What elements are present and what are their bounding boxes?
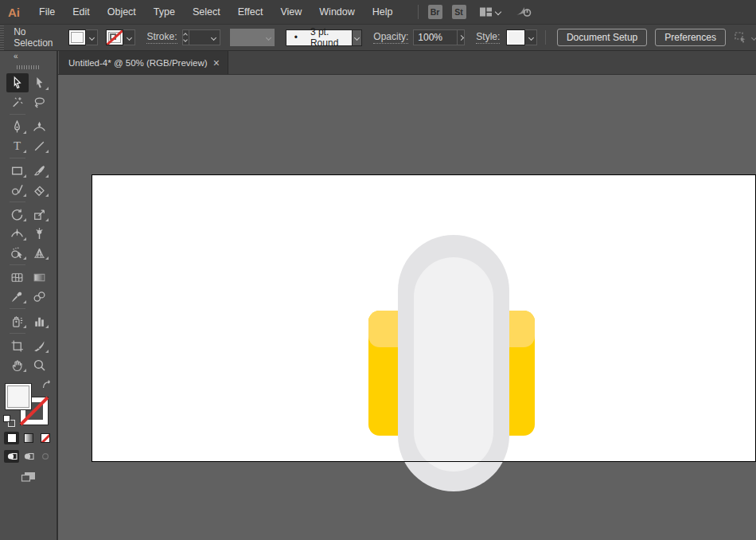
zoom-tool[interactable] [29, 355, 51, 374]
color-button[interactable] [4, 432, 19, 444]
stroke-color-control[interactable] [106, 29, 135, 45]
brush-name: 3 pt. Round [310, 26, 342, 49]
select-similar-control [734, 31, 756, 45]
magic-wand-tool[interactable] [6, 92, 29, 112]
pen-icon [10, 119, 25, 135]
screen-mode-button[interactable] [19, 470, 38, 487]
document-tab[interactable]: Untitled-4* @ 50% (RGB/Preview) × [58, 51, 228, 74]
menu-effect[interactable]: Effect [229, 6, 272, 18]
draw-normal-button[interactable] [4, 450, 19, 463]
graphic-style-swatch[interactable] [506, 29, 525, 45]
stroke-color-swatch[interactable] [106, 29, 123, 45]
stroke-color-dropdown[interactable] [123, 29, 135, 45]
graphic-style-control[interactable] [506, 29, 537, 45]
symbol-sprayer-tool[interactable] [6, 311, 29, 331]
width-profile-dropdown [230, 29, 275, 46]
illustrator-window: Ai File Edit Object Type Select Effect V… [0, 0, 756, 540]
menu-help[interactable]: Help [364, 6, 402, 18]
fill-color-swatch[interactable] [68, 29, 86, 45]
shape-builder-tool[interactable] [6, 243, 29, 262]
artwork-capsule-inner[interactable] [414, 257, 493, 472]
type-tool[interactable]: T [6, 136, 29, 155]
direct-selection-tool[interactable] [29, 73, 51, 92]
puppet-warp-tool[interactable] [29, 224, 51, 243]
line-segment-tool[interactable] [29, 136, 51, 155]
rotate-tool[interactable] [6, 205, 29, 224]
bridge-button[interactable]: Br [428, 5, 442, 19]
menu-view[interactable]: View [271, 6, 310, 18]
menu-type[interactable]: Type [145, 6, 184, 18]
menu-select[interactable]: Select [184, 6, 229, 18]
document-tab-bar: Untitled-4* @ 50% (RGB/Preview) × [58, 51, 756, 75]
zoom-icon [32, 358, 47, 373]
eyedropper-icon [10, 289, 25, 304]
stepper-up-icon[interactable] [183, 33, 188, 37]
type-icon: T [14, 140, 21, 152]
tab-close-icon[interactable]: × [213, 57, 220, 68]
brush-definition-value[interactable]: • 3 pt. Round [286, 29, 353, 46]
gpu-performance-icon[interactable] [515, 5, 532, 19]
lasso-tool[interactable] [29, 92, 51, 112]
scale-tool[interactable] [29, 205, 51, 224]
slice-tool[interactable] [29, 336, 51, 355]
selection-tool[interactable] [6, 73, 29, 92]
perspective-grid-tool[interactable] [29, 243, 51, 262]
control-bar-grip[interactable] [0, 25, 4, 50]
paintbrush-icon [32, 163, 47, 178]
column-graph-tool[interactable] [29, 311, 51, 331]
line-segment-icon [32, 139, 47, 154]
opacity-label[interactable]: Opacity: [373, 31, 408, 44]
curvature-tool[interactable] [29, 117, 51, 136]
brush-definition-control[interactable]: • 3 pt. Round [286, 29, 363, 46]
menu-window[interactable]: Window [310, 6, 363, 18]
fill-swatch[interactable] [5, 383, 32, 410]
preferences-button[interactable]: Preferences [655, 29, 726, 46]
scale-icon [32, 207, 47, 222]
default-fill-stroke-icon[interactable] [3, 415, 15, 427]
stock-button[interactable]: St [452, 5, 466, 19]
fill-color-control[interactable] [68, 29, 98, 45]
draw-behind-button[interactable] [21, 450, 36, 463]
slice-icon [32, 338, 47, 354]
rectangle-tool[interactable] [6, 161, 29, 180]
swap-fill-stroke-icon[interactable] [41, 379, 53, 393]
none-button[interactable] [37, 432, 53, 444]
tools-panel-grip[interactable] [17, 65, 41, 69]
gradient-button[interactable] [21, 432, 36, 444]
stroke-weight-stepper[interactable] [182, 29, 189, 45]
drawing-mode-buttons [4, 450, 53, 463]
stepper-down-icon[interactable] [183, 37, 188, 42]
blend-tool[interactable] [29, 287, 51, 306]
menu-file[interactable]: File [30, 6, 64, 18]
workspace-chevron-icon[interactable] [494, 9, 501, 15]
mesh-tool[interactable] [6, 268, 29, 287]
graphic-style-dropdown[interactable] [525, 29, 537, 45]
eraser-tool[interactable] [29, 180, 51, 199]
fill-color-dropdown[interactable] [86, 29, 98, 45]
gradient-tool[interactable] [29, 268, 51, 287]
menu-object[interactable]: Object [99, 6, 145, 18]
menubar-divider [418, 5, 419, 19]
workspace-switcher-icon[interactable] [479, 6, 493, 18]
eyedropper-tool[interactable] [6, 287, 29, 306]
menu-bar: Ai File Edit Object Type Select Effect V… [0, 0, 756, 24]
document-setup-button[interactable]: Document Setup [557, 29, 647, 46]
width-tool[interactable] [6, 224, 29, 243]
paintbrush-tool[interactable] [29, 161, 51, 180]
hand-tool[interactable] [6, 355, 29, 374]
brush-definition-dropdown[interactable] [353, 29, 363, 46]
draw-inside-button[interactable] [37, 450, 53, 463]
stroke-weight-dropdown[interactable] [189, 29, 220, 45]
tools-panel-collapse-button[interactable]: « [0, 51, 57, 63]
shaper-icon [10, 182, 25, 198]
artboard-tool[interactable] [6, 336, 29, 355]
opacity-expand-button[interactable] [458, 29, 465, 45]
shaper-tool[interactable] [6, 180, 29, 199]
direct-selection-icon [32, 76, 47, 91]
stroke-weight-label[interactable]: Stroke: [146, 31, 177, 44]
opacity-input[interactable] [413, 29, 458, 45]
menu-edit[interactable]: Edit [64, 6, 99, 18]
canvas-viewport[interactable] [58, 75, 756, 540]
pen-tool[interactable] [6, 117, 29, 136]
document-area: Untitled-4* @ 50% (RGB/Preview) × [58, 51, 756, 540]
